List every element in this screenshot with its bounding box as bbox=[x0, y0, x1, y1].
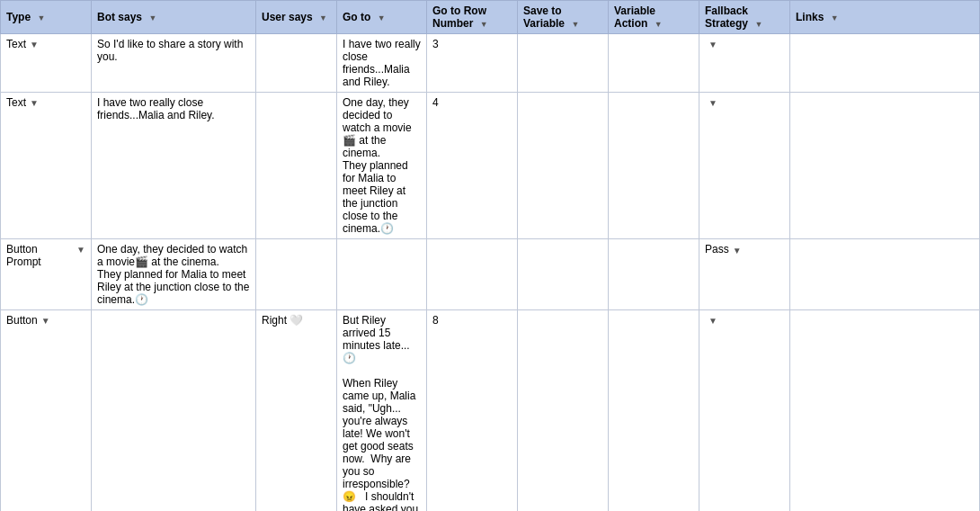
cell-type: Button Prompt▼ bbox=[1, 239, 92, 310]
table-row: Button Prompt▼One day, they decided to w… bbox=[1, 239, 980, 310]
type-dropdown-icon[interactable]: ▼ bbox=[30, 98, 39, 108]
type-value: Text bbox=[6, 38, 26, 50]
col-header-varact[interactable]: VariableAction ▼ bbox=[609, 1, 699, 34]
sort-icon-type[interactable]: ▼ bbox=[37, 13, 45, 22]
col-user-label: User says bbox=[262, 11, 313, 23]
sort-icon-goto[interactable]: ▼ bbox=[378, 13, 386, 22]
cell-goto: I have two really close friends...Malia … bbox=[337, 34, 427, 93]
cell-user-says bbox=[256, 34, 337, 93]
sort-icon-savevar[interactable]: ▼ bbox=[571, 20, 579, 29]
cell-links bbox=[790, 310, 980, 512]
type-value: Button bbox=[6, 314, 38, 327]
col-header-gotorow[interactable]: Go to RowNumber ▼ bbox=[427, 1, 518, 34]
cell-links bbox=[790, 34, 980, 93]
col-header-links[interactable]: Links ▼ bbox=[790, 1, 980, 34]
type-dropdown-icon[interactable]: ▼ bbox=[76, 245, 85, 255]
fallback-dropdown-icon[interactable]: ▼ bbox=[708, 98, 717, 108]
col-header-goto[interactable]: Go to ▼ bbox=[337, 1, 427, 34]
type-dropdown-icon[interactable]: ▼ bbox=[41, 316, 50, 326]
data-table: Type ▼ Bot says ▼ User says ▼ Go to ▼ Go… bbox=[0, 0, 980, 511]
cell-fallback: ▼ bbox=[699, 34, 790, 93]
cell-bot-says: One day, they decided to watch a movie🎬 … bbox=[92, 239, 256, 310]
cell-goto bbox=[337, 239, 427, 310]
cell-goto: But Riley arrived 15 minutes late...🕐 Wh… bbox=[337, 310, 427, 512]
table-row: Text▼I have two really close friends...M… bbox=[1, 93, 980, 239]
type-value: Text bbox=[6, 96, 26, 109]
cell-user-says: Right 🤍 bbox=[256, 310, 337, 512]
cell-var-action bbox=[609, 239, 699, 310]
cell-type: Button▼ bbox=[1, 310, 92, 512]
col-goto-label: Go to bbox=[343, 11, 370, 23]
type-dropdown-icon[interactable]: ▼ bbox=[30, 40, 39, 49]
col-fallback-label: FallbackStrategy bbox=[705, 4, 748, 30]
cell-save-to-var bbox=[518, 34, 609, 93]
cell-goto: One day, they decided to watch a movie🎬 … bbox=[337, 93, 427, 239]
cell-fallback: ▼ bbox=[699, 93, 790, 239]
cell-save-to-var bbox=[518, 239, 609, 310]
cell-goto-row: 3 bbox=[427, 34, 518, 93]
cell-user-says bbox=[256, 93, 337, 239]
cell-bot-says: I have two really close friends...Malia … bbox=[92, 93, 256, 239]
cell-user-says bbox=[256, 239, 337, 310]
header-row: Type ▼ Bot says ▼ User says ▼ Go to ▼ Go… bbox=[1, 1, 980, 34]
cell-fallback: Pass▼ bbox=[699, 239, 790, 310]
sort-icon-fallback[interactable]: ▼ bbox=[754, 20, 762, 29]
col-links-label: Links bbox=[796, 11, 824, 23]
sort-icon-user[interactable]: ▼ bbox=[319, 13, 327, 22]
col-varact-label: VariableAction bbox=[614, 4, 655, 30]
fallback-dropdown-icon[interactable]: ▼ bbox=[708, 316, 717, 326]
cell-goto-row bbox=[427, 239, 518, 310]
cell-save-to-var bbox=[518, 93, 609, 239]
type-value: Button Prompt bbox=[6, 243, 73, 268]
cell-goto-row: 8 bbox=[427, 310, 518, 512]
sort-icon-bot[interactable]: ▼ bbox=[148, 13, 156, 22]
col-header-bot[interactable]: Bot says ▼ bbox=[92, 1, 256, 34]
col-bot-label: Bot says bbox=[97, 11, 142, 23]
col-type-label: Type bbox=[6, 11, 31, 23]
sort-icon-links[interactable]: ▼ bbox=[831, 13, 839, 22]
col-header-fallback[interactable]: FallbackStrategy ▼ bbox=[699, 1, 790, 34]
col-header-savevar[interactable]: Save toVariable ▼ bbox=[518, 1, 609, 34]
cell-save-to-var bbox=[518, 310, 609, 512]
fallback-dropdown-icon[interactable]: ▼ bbox=[708, 40, 717, 49]
table-body: Text▼So I'd like to share a story with y… bbox=[1, 34, 980, 512]
cell-links bbox=[790, 239, 980, 310]
col-header-type[interactable]: Type ▼ bbox=[1, 1, 92, 34]
col-header-user[interactable]: User says ▼ bbox=[256, 1, 337, 34]
table-row: Button▼Right 🤍But Riley arrived 15 minut… bbox=[1, 310, 980, 512]
sort-icon-gotorow[interactable]: ▼ bbox=[480, 20, 488, 29]
col-gotorow-label: Go to RowNumber bbox=[432, 4, 486, 30]
cell-var-action bbox=[609, 34, 699, 93]
table-row: Text▼So I'd like to share a story with y… bbox=[1, 34, 980, 93]
cell-fallback: ▼ bbox=[699, 310, 790, 512]
cell-var-action bbox=[609, 310, 699, 512]
cell-goto-row: 4 bbox=[427, 93, 518, 239]
fallback-dropdown-icon[interactable]: ▼ bbox=[733, 246, 742, 256]
cell-links bbox=[790, 93, 980, 239]
cell-var-action bbox=[609, 93, 699, 239]
fallback-value: Pass bbox=[705, 243, 729, 256]
col-savevar-label: Save toVariable bbox=[523, 4, 565, 30]
cell-bot-says: So I'd like to share a story with you. bbox=[92, 34, 256, 93]
cell-bot-says bbox=[92, 310, 256, 512]
cell-type: Text▼ bbox=[1, 93, 92, 239]
sort-icon-varact[interactable]: ▼ bbox=[655, 20, 663, 29]
cell-type: Text▼ bbox=[1, 34, 92, 93]
